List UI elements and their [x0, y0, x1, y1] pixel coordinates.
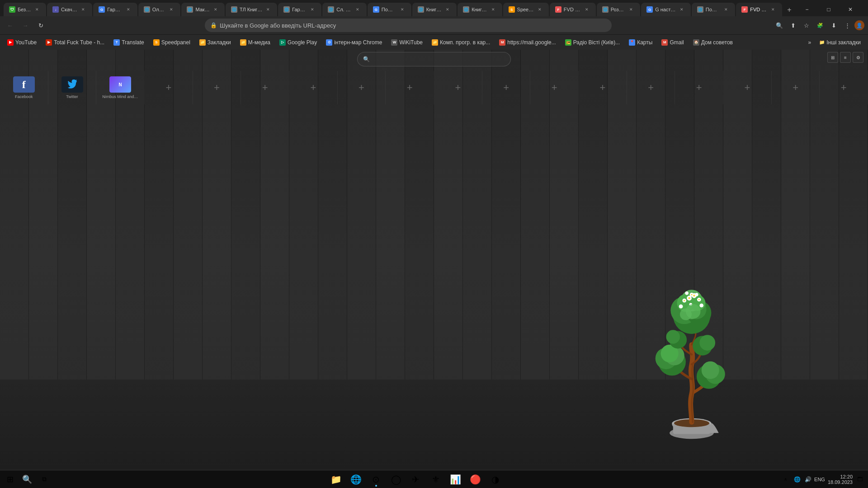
speed-dial-tile-5[interactable]: +: [193, 71, 241, 104]
svg-point-32: [699, 304, 703, 308]
share-icon[interactable]: ⬆: [787, 19, 799, 32]
search-icon: 🔍: [363, 56, 370, 62]
speed-dial-tile-1[interactable]: f Facebook: [0, 71, 48, 104]
view-grid-button[interactable]: ⊞: [827, 52, 838, 63]
browser-tab-11[interactable]: 🌐 Книги... ✕: [458, 3, 502, 16]
new-tab-button[interactable]: +: [783, 4, 796, 16]
bookmark-item-9[interactable]: W WiKiTube: [387, 38, 426, 47]
other-bookmarks-button[interactable]: 📁Інші закладки: [816, 38, 864, 47]
browser-tab-10[interactable]: 🌐 Книги... ✕: [412, 3, 457, 16]
bookmark-item-6[interactable]: 📁 М-медиа: [236, 38, 274, 47]
network-icon[interactable]: 🌐: [793, 475, 802, 484]
speed-dial-tile-8[interactable]: +: [338, 71, 386, 104]
notifications-button[interactable]: 🗔: [855, 475, 864, 484]
speed-dial-tile-10[interactable]: +: [434, 71, 482, 104]
speed-dial-tile-3[interactable]: N Nimbus Mind and Relax: [96, 71, 145, 104]
bookmark-item-8[interactable]: ⊙ інтерн-мар Chrome: [322, 38, 386, 47]
bookmark-item-1[interactable]: ▶ YouTube: [4, 38, 40, 47]
speed-dial-tile-7[interactable]: +: [289, 71, 338, 104]
speed-dial-search-box[interactable]: 🔍: [357, 52, 511, 66]
minimize-button[interactable]: −: [797, 3, 817, 16]
window-controls: − □ ✕: [797, 3, 864, 16]
taskbar-app-1[interactable]: 📁: [327, 471, 345, 488]
main-background: [0, 50, 868, 470]
bookmark-item-7[interactable]: ▷ Google Play: [276, 38, 321, 47]
taskbar-app-7[interactable]: 📊: [447, 471, 465, 488]
speed-dial-tile-2[interactable]: Twitter: [48, 71, 97, 104]
extensions-icon[interactable]: 🧩: [814, 19, 826, 32]
taskbar-app-6[interactable]: ⚜: [427, 471, 445, 488]
browser-tab-4[interactable]: 🌐 Олег... ✕: [138, 3, 181, 16]
speed-dial-tile-4[interactable]: +: [145, 71, 193, 104]
browser-tab-6[interactable]: 🌐 ТЛ Книга... ✕: [226, 3, 277, 16]
taskbar-app-2[interactable]: 🌐: [347, 471, 365, 488]
svg-point-37: [684, 300, 685, 301]
view-list-button[interactable]: ≡: [840, 52, 851, 63]
browser-tab-17[interactable]: F FVD S... ✕: [736, 3, 782, 16]
language-indicator[interactable]: ENG: [814, 477, 825, 482]
bookmark-star-icon[interactable]: ☆: [800, 19, 813, 32]
forward-button[interactable]: →: [19, 19, 32, 32]
bookmark-item-10[interactable]: 📁 Комп. прогр. в кар...: [428, 38, 494, 47]
bookmark-item-11[interactable]: M https://mail.google...: [495, 38, 559, 47]
speed-dial-tile-16[interactable]: +: [723, 71, 772, 104]
browser-tab-2[interactable]: ↓ Скача... ✕: [47, 3, 92, 16]
speed-dial-search-input[interactable]: [373, 56, 505, 62]
speed-dial-tile-15[interactable]: +: [675, 71, 723, 104]
taskbar-app-4[interactable]: ◯: [387, 471, 405, 488]
task-view-button[interactable]: ⧉: [36, 471, 52, 488]
bookmark-item-12[interactable]: 📻 Радіо Вісті (Київ)...: [561, 38, 624, 47]
browser-tab-13[interactable]: F FVD S... ✕: [550, 3, 596, 16]
bookmark-item-15[interactable]: 🏠 Дом советов: [689, 38, 736, 47]
taskbar-right: ∧ 🌐 🔊 ENG 12:20 18.09.2023 🗔: [777, 474, 868, 485]
browser-tab-14[interactable]: 🌐 Розш... ✕: [597, 3, 640, 16]
taskbar-app-8[interactable]: 🔴: [467, 471, 485, 488]
svg-point-35: [693, 295, 695, 296]
reload-button[interactable]: ↻: [34, 19, 47, 32]
svg-point-21: [699, 335, 715, 351]
bookmark-item-3[interactable]: T Translate: [110, 38, 148, 47]
maximize-button[interactable]: □: [818, 3, 839, 16]
browser-tab-16[interactable]: 🌐 Пошт... ✕: [692, 3, 735, 16]
browser-tab-7[interactable]: 🌐 Гарег... ✕: [278, 3, 321, 16]
speed-dial-tile-18[interactable]: +: [820, 71, 868, 104]
browser-tab-1[interactable]: 🛡 Безп... ✕: [4, 3, 46, 16]
speed-dial-tile-11[interactable]: +: [482, 71, 531, 104]
speed-dial-tile-12[interactable]: +: [530, 71, 579, 104]
address-bar[interactable]: 🔒 Шукайте в Google або введіть URL-адрес…: [205, 19, 612, 32]
start-button[interactable]: ⊞: [2, 471, 18, 488]
bookmark-item-2[interactable]: ▶ Total Fuck Tube - h...: [42, 38, 108, 47]
browser-tab-15[interactable]: G G настр... ✕: [641, 3, 691, 16]
taskbar-app-5[interactable]: ✈: [407, 471, 425, 488]
back-button[interactable]: ←: [4, 19, 16, 32]
profile-icon[interactable]: 👤: [854, 20, 864, 30]
taskbar-app-9[interactable]: ◑: [486, 471, 505, 488]
close-button[interactable]: ✕: [840, 3, 861, 16]
speed-dial-tile-6[interactable]: +: [241, 71, 289, 104]
downloads-icon[interactable]: ⬇: [827, 19, 840, 32]
volume-icon[interactable]: 🔊: [803, 475, 812, 484]
bookmark-item-13[interactable]: 📍 Карты: [625, 38, 656, 47]
settings-icon[interactable]: ⋮: [841, 19, 854, 32]
taskbar-app-3[interactable]: ⊙: [367, 471, 385, 488]
system-clock[interactable]: 12:20 18.09.2023: [828, 474, 853, 485]
bookmark-item-4[interactable]: S Speedpanel: [150, 38, 194, 47]
bonsai-tree: [642, 271, 741, 443]
speed-dial-tile-14[interactable]: +: [627, 71, 675, 104]
tray-arrow-icon[interactable]: ∧: [781, 475, 790, 484]
tab-bar: 🛡 Безп... ✕ ↓ Скача... ✕ G Гарру... ✕ 🌐 …: [0, 0, 868, 16]
speed-dial-tile-13[interactable]: +: [579, 71, 627, 104]
bookmark-item-5[interactable]: 📁 Закладки: [196, 38, 235, 47]
bookmarks-overflow-button[interactable]: »: [806, 38, 814, 47]
view-options-button[interactable]: ⚙: [853, 52, 863, 63]
browser-tab-8[interactable]: 🌐 Сл. А... ✕: [322, 3, 367, 16]
speed-dial-tile-9[interactable]: +: [386, 71, 434, 104]
taskbar-search-icon[interactable]: 🔍: [19, 471, 35, 488]
search-icon[interactable]: 🔍: [773, 19, 786, 32]
speed-dial-tile-17[interactable]: +: [772, 71, 820, 104]
browser-tab-5[interactable]: 🌐 Макс... ✕: [181, 3, 225, 16]
bookmark-item-14[interactable]: M Gmail: [658, 38, 687, 47]
browser-tab-12[interactable]: S Speed... ✕: [503, 3, 549, 16]
browser-tab-3[interactable]: G Гарру... ✕: [93, 3, 137, 16]
browser-tab-9[interactable]: G Пошу... ✕: [368, 3, 411, 16]
